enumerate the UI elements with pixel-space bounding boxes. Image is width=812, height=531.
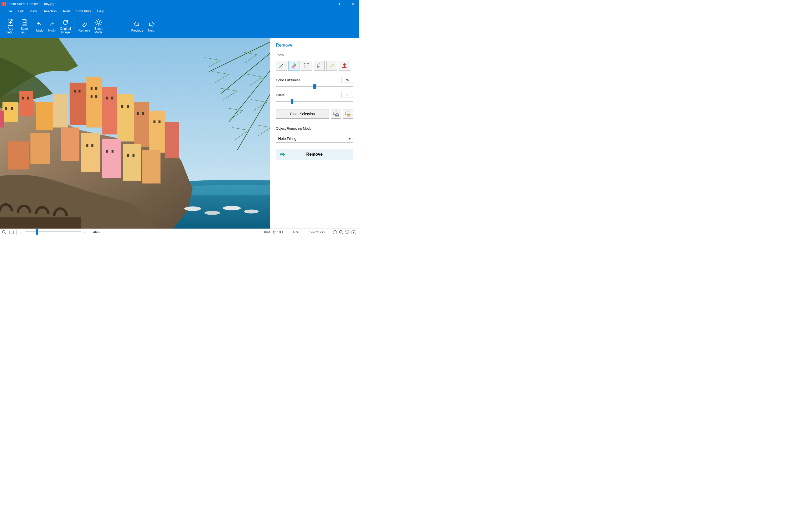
info-icon[interactable] <box>332 229 337 235</box>
svg-rect-50 <box>96 95 97 98</box>
time-label: Time (s): 10.1 <box>261 230 286 234</box>
remove-action-button[interactable]: Remove <box>276 149 353 160</box>
svg-rect-64 <box>132 154 134 157</box>
zoom-slider[interactable] <box>26 232 81 232</box>
svg-rect-56 <box>142 112 144 115</box>
svg-rect-47 <box>91 87 92 90</box>
gear-icon <box>95 18 102 27</box>
svg-rect-35 <box>81 133 100 172</box>
minimize-button[interactable] <box>323 0 335 8</box>
load-selection-icon <box>345 111 351 116</box>
svg-line-102 <box>5 233 6 234</box>
svg-rect-26 <box>53 94 68 128</box>
svg-point-94 <box>334 66 334 67</box>
svg-rect-30 <box>117 94 134 141</box>
menubar: File Edit View Selection Tools SoftOrbit… <box>0 8 359 14</box>
magic-wand-tool-button[interactable] <box>326 61 337 71</box>
svg-rect-99 <box>336 115 337 116</box>
removing-mode-select[interactable]: Hole Filling <box>276 135 353 142</box>
marker-tool-button[interactable] <box>276 61 287 71</box>
panel-title: Remove <box>276 43 353 48</box>
undo-icon <box>36 20 44 29</box>
add-files-button[interactable]: Add File(s)... <box>3 15 18 37</box>
stamp-icon <box>341 62 348 69</box>
svg-rect-31 <box>134 102 149 147</box>
menu-help[interactable]: Help <box>94 9 107 14</box>
color-fuzziness-slider[interactable] <box>276 86 353 87</box>
dilate-slider[interactable] <box>276 101 353 102</box>
redo-button: Redo <box>46 15 58 37</box>
magic-wand-icon <box>329 62 335 69</box>
maximize-button[interactable] <box>335 0 347 8</box>
arrow-right-green-icon <box>280 152 286 157</box>
color-fuzziness-value[interactable]: 50 <box>342 77 353 83</box>
menu-file[interactable]: File <box>4 9 15 14</box>
svg-rect-10 <box>23 23 26 25</box>
undo-button[interactable]: Undo <box>34 15 46 37</box>
svg-line-19 <box>96 24 97 25</box>
svg-rect-59 <box>86 144 88 147</box>
remove-toolbar-button[interactable]: Remove <box>76 15 92 37</box>
twitter-icon[interactable] <box>345 229 350 235</box>
svg-line-17 <box>96 20 97 21</box>
svg-rect-65 <box>0 217 81 228</box>
svg-point-105 <box>335 231 335 232</box>
save-selection-button[interactable] <box>331 109 341 118</box>
svg-rect-36 <box>102 139 121 178</box>
next-button[interactable]: Next <box>145 15 157 37</box>
svg-marker-92 <box>332 64 334 66</box>
menu-tools[interactable]: Tools <box>60 9 73 14</box>
svg-rect-23 <box>2 102 18 122</box>
rect-select-icon <box>304 63 309 68</box>
menu-edit[interactable]: Edit <box>15 9 27 14</box>
image-canvas[interactable] <box>0 38 270 228</box>
eraser-tool-button[interactable] <box>288 61 300 71</box>
svg-rect-44 <box>11 107 13 110</box>
zoom-percent-right: 46% <box>290 230 302 234</box>
previous-button[interactable]: Previous <box>129 15 145 37</box>
load-selection-button[interactable] <box>343 109 353 118</box>
stamp-tool-button[interactable] <box>339 61 350 71</box>
menu-view[interactable]: View <box>27 9 40 14</box>
dilate-label: Dilate <box>276 93 285 97</box>
svg-rect-41 <box>22 97 24 100</box>
lasso-tool-button[interactable] <box>314 61 325 71</box>
svg-rect-48 <box>96 87 97 90</box>
svg-rect-27 <box>70 83 86 125</box>
close-button[interactable] <box>347 0 359 8</box>
svg-rect-49 <box>91 95 92 98</box>
batch-mode-button[interactable]: Batch Mode <box>92 15 104 37</box>
clear-selection-button[interactable]: Clear Selection <box>276 109 329 118</box>
svg-point-93 <box>331 64 331 64</box>
arrow-right-icon <box>147 20 155 29</box>
svg-rect-37 <box>123 144 141 181</box>
svg-rect-55 <box>136 112 139 115</box>
svg-rect-95 <box>342 67 347 68</box>
svg-rect-51 <box>106 97 108 100</box>
youtube-icon[interactable] <box>351 229 356 235</box>
dimensions-label: 1920x1279 <box>306 230 328 234</box>
save-icon <box>20 18 28 27</box>
zoom-out-button[interactable]: − <box>19 230 24 235</box>
eraser-icon <box>81 20 88 29</box>
svg-rect-53 <box>121 105 123 108</box>
save-as-button[interactable]: Saveas... <box>18 15 30 37</box>
object-removing-mode-label: Object Removing Mode <box>276 126 353 130</box>
fit-screen-icon[interactable] <box>9 229 14 235</box>
menu-softorbits[interactable]: SoftOrbits <box>73 9 94 14</box>
svg-rect-33 <box>165 122 179 158</box>
svg-point-69 <box>244 210 259 213</box>
rect-select-tool-button[interactable] <box>301 61 312 71</box>
zoom-tool-icon[interactable] <box>2 229 7 235</box>
zoom-in-button[interactable]: + <box>83 230 87 235</box>
svg-rect-28 <box>86 77 102 128</box>
dilate-value[interactable]: 2 <box>342 92 353 98</box>
svg-rect-61 <box>106 150 108 153</box>
original-image-button[interactable]: Original Image <box>58 15 73 37</box>
facebook-icon[interactable] <box>339 229 344 235</box>
menu-selection[interactable]: Selection <box>40 9 59 14</box>
remove-panel: Remove Tools Color Fuzziness 5 <box>270 38 359 228</box>
zoom-percent: 46% <box>93 230 100 234</box>
svg-rect-32 <box>149 111 165 153</box>
removing-mode-selected: Hole Filling <box>278 137 296 141</box>
